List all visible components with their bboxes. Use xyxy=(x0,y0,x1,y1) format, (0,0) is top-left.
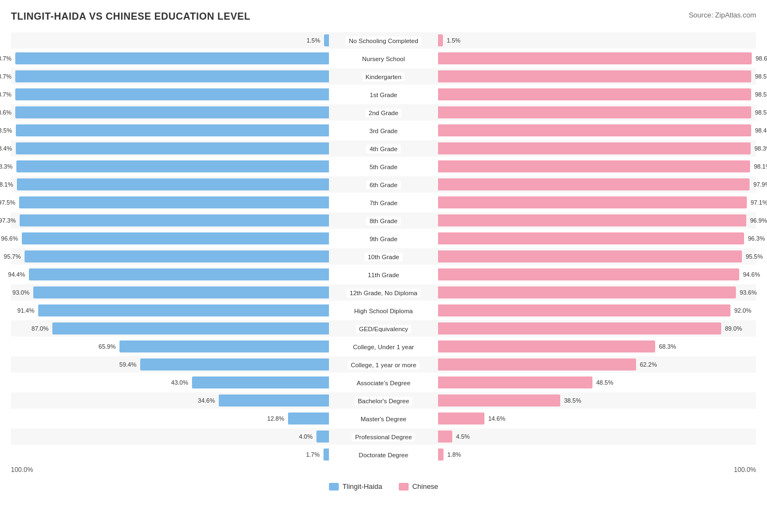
center-area-8: 6th Grade xyxy=(329,180,438,189)
header: TLINGIT-HAIDA VS CHINESE EDUCATION LEVEL… xyxy=(11,11,756,22)
val-right-18: 62.2% xyxy=(638,361,657,368)
left-side: 1.7% xyxy=(11,446,329,463)
bar-right-3: 98.5% xyxy=(438,88,751,100)
category-label-17: College, Under 1 year xyxy=(350,343,417,351)
bar-left-12: 95.7% xyxy=(25,250,329,262)
bar-left-20: 34.6% xyxy=(219,394,329,407)
bar-left-15: 91.4% xyxy=(38,304,329,316)
bar-right-15: 92.0% xyxy=(438,304,730,316)
bar-left-17: 65.9% xyxy=(119,340,329,352)
left-side: 91.4% xyxy=(11,302,329,319)
val-right-7: 98.1% xyxy=(752,163,767,170)
left-side: 65.9% xyxy=(11,338,329,355)
bar-row: 98.7% Kindergarten 98.5% xyxy=(11,68,756,85)
left-side: 98.3% xyxy=(11,158,329,175)
category-label-3: 1st Grade xyxy=(367,91,401,99)
bar-right-9: 97.1% xyxy=(438,196,747,208)
category-label-22: Professional Degree xyxy=(352,433,415,441)
bar-left-11: 96.6% xyxy=(22,232,329,244)
bar-row: 1.5% No Schooling Completed 1.5% xyxy=(11,32,756,49)
bar-row: 87.0% GED/Equivalency 89.0% xyxy=(11,320,756,337)
right-side: 89.0% xyxy=(438,320,756,337)
center-area-6: 4th Grade xyxy=(329,144,438,153)
category-label-14: 12th Grade, No Diploma xyxy=(346,289,421,297)
val-left-14: 93.0% xyxy=(13,289,31,296)
center-area-19: Associate's Degree xyxy=(329,378,438,387)
bar-row: 43.0% Associate's Degree 48.5% xyxy=(11,374,756,391)
left-side: 98.7% xyxy=(11,68,329,85)
left-side: 96.6% xyxy=(11,230,329,247)
bar-left-9: 97.5% xyxy=(19,196,329,208)
legend: Tlingit-Haida Chinese xyxy=(11,482,756,491)
val-right-10: 96.9% xyxy=(748,217,767,224)
category-label-11: 9th Grade xyxy=(366,235,400,243)
category-label-18: College, 1 year or more xyxy=(347,361,420,369)
right-side: 4.5% xyxy=(438,428,756,445)
val-right-3: 98.5% xyxy=(753,91,767,98)
left-side: 97.3% xyxy=(11,212,329,229)
chinese-color-box xyxy=(399,483,409,491)
bar-left-21: 12.8% xyxy=(288,413,329,425)
bar-row: 98.7% Nursery School 98.6% xyxy=(11,50,756,67)
val-left-12: 95.7% xyxy=(4,253,22,260)
bar-left-4: 98.6% xyxy=(15,106,329,118)
bar-right-18: 62.2% xyxy=(438,358,636,370)
bar-right-22: 4.5% xyxy=(438,431,452,443)
center-area-22: Professional Degree xyxy=(329,432,438,441)
val-right-2: 98.5% xyxy=(753,73,767,80)
val-left-18: 59.4% xyxy=(119,361,138,368)
bar-right-4: 98.5% xyxy=(438,106,751,118)
left-side: 43.0% xyxy=(11,374,329,391)
val-left-17: 65.9% xyxy=(99,343,117,350)
bar-right-16: 89.0% xyxy=(438,322,721,334)
bar-left-23: 1.7% xyxy=(323,449,329,461)
bar-right-23: 1.8% xyxy=(438,449,444,461)
val-left-4: 98.6% xyxy=(0,109,13,116)
category-label-6: 4th Grade xyxy=(366,145,400,153)
bar-row: 96.6% 9th Grade 96.3% xyxy=(11,230,756,247)
left-side: 12.8% xyxy=(11,410,329,427)
bar-left-6: 98.4% xyxy=(16,142,329,154)
val-left-15: 91.4% xyxy=(17,307,36,314)
center-area-10: 8th Grade xyxy=(329,216,438,225)
category-label-9: 7th Grade xyxy=(366,199,400,207)
val-left-13: 94.4% xyxy=(8,271,27,278)
bar-row: 98.6% 2nd Grade 98.5% xyxy=(11,104,756,121)
val-left-10: 97.3% xyxy=(0,217,17,224)
val-right-0: 1.5% xyxy=(445,37,460,44)
bar-row: 98.3% 5th Grade 98.1% xyxy=(11,158,756,175)
bar-row: 97.3% 8th Grade 96.9% xyxy=(11,212,756,229)
center-area-9: 7th Grade xyxy=(329,198,438,207)
center-area-3: 1st Grade xyxy=(329,89,438,99)
center-area-21: Master's Degree xyxy=(329,414,438,423)
bar-left-1: 98.7% xyxy=(15,52,329,64)
center-area-17: College, Under 1 year xyxy=(329,342,438,351)
bar-row: 12.8% Master's Degree 14.6% xyxy=(11,410,756,427)
chinese-label: Chinese xyxy=(412,482,439,491)
right-side: 97.1% xyxy=(438,194,756,211)
category-label-19: Associate's Degree xyxy=(353,379,414,387)
center-area-1: Nursery School xyxy=(329,53,438,63)
right-side: 98.5% xyxy=(438,68,756,85)
chart-container: 1.5% No Schooling Completed 1.5% 98.7% N… xyxy=(11,32,756,463)
category-label-20: Bachelor's Degree xyxy=(355,397,412,405)
right-side: 98.6% xyxy=(438,50,756,67)
left-side: 98.1% xyxy=(11,176,329,193)
val-left-6: 98.4% xyxy=(0,145,14,152)
category-label-5: 3rd Grade xyxy=(366,127,401,135)
val-right-12: 95.5% xyxy=(744,253,763,260)
right-side: 97.9% xyxy=(438,176,756,193)
val-left-7: 98.3% xyxy=(0,163,14,170)
right-side: 1.8% xyxy=(438,446,756,463)
tlingit-label: Tlingit-Haida xyxy=(343,482,382,491)
bar-right-2: 98.5% xyxy=(438,70,751,82)
right-side: 38.5% xyxy=(438,392,756,409)
legend-chinese: Chinese xyxy=(399,482,439,491)
val-right-13: 94.6% xyxy=(741,271,760,278)
val-left-0: 1.5% xyxy=(307,37,322,44)
bar-right-13: 94.6% xyxy=(438,268,739,280)
center-area-4: 2nd Grade xyxy=(329,107,438,117)
val-left-23: 1.7% xyxy=(306,451,321,458)
bar-right-11: 96.3% xyxy=(438,232,744,244)
right-side: 98.5% xyxy=(438,86,756,103)
